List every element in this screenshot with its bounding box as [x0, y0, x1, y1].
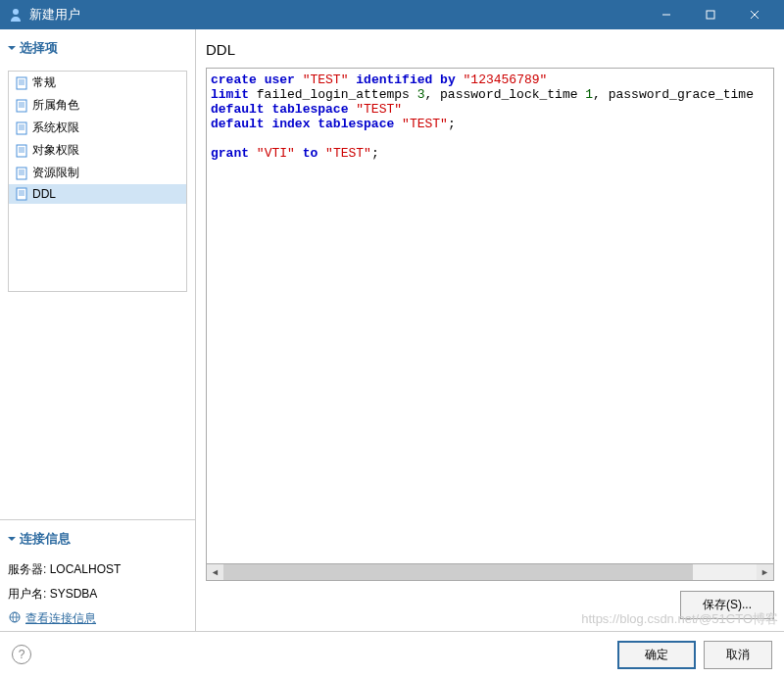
page-icon	[15, 167, 28, 180]
sidebar-section-header[interactable]: 选择项	[8, 35, 187, 61]
svg-rect-17	[17, 145, 26, 157]
titlebar: 新建用户	[0, 0, 784, 29]
sidebar-item-0[interactable]: 常规	[9, 72, 186, 94]
page-icon	[15, 121, 28, 135]
scroll-thumb[interactable]	[223, 564, 693, 580]
scroll-left-arrow[interactable]: ◄	[207, 564, 223, 580]
sidebar-item-label: 常规	[32, 74, 56, 91]
svg-point-0	[13, 9, 19, 15]
sidebar: 选择项 常规所属角色系统权限对象权限资源限制DDL 连接信息 服务器: LOCA…	[0, 29, 196, 631]
sidebar-item-2[interactable]: 系统权限	[9, 117, 186, 139]
chevron-down-icon	[8, 537, 16, 545]
sidebar-item-1[interactable]: 所属角色	[9, 94, 186, 117]
page-icon	[15, 76, 28, 90]
window-title: 新建用户	[29, 6, 644, 24]
maximize-button[interactable]	[688, 0, 732, 29]
cancel-button[interactable]: 取消	[704, 641, 772, 669]
user-icon	[8, 7, 24, 23]
horizontal-scrollbar[interactable]: ◄ ►	[206, 564, 774, 581]
globe-icon	[8, 610, 22, 627]
footer: ? 确定 取消	[0, 632, 784, 677]
chevron-down-icon	[8, 46, 16, 54]
svg-rect-2	[707, 11, 714, 19]
sidebar-item-label: 资源限制	[32, 165, 79, 181]
page-icon	[15, 144, 28, 158]
page-icon	[15, 99, 28, 113]
svg-rect-13	[17, 122, 26, 134]
svg-rect-9	[17, 100, 26, 112]
content-title: DDL	[206, 37, 774, 68]
content-panel: DDL create user "TEST" identified by "12…	[196, 29, 784, 631]
server-row: 服务器: LOCALHOST	[0, 557, 195, 582]
minimize-button[interactable]	[644, 0, 688, 29]
svg-rect-25	[17, 188, 26, 200]
ok-button[interactable]: 确定	[617, 641, 696, 669]
sidebar-item-label: 所属角色	[32, 97, 79, 114]
scroll-right-arrow[interactable]: ►	[757, 564, 773, 580]
ddl-code-editor[interactable]: create user "TEST" identified by "123456…	[206, 68, 774, 564]
svg-rect-21	[17, 168, 26, 179]
sidebar-item-4[interactable]: 资源限制	[9, 162, 186, 184]
connection-section-header[interactable]: 连接信息	[8, 526, 187, 552]
sidebar-item-label: 对象权限	[32, 142, 79, 159]
sidebar-item-5[interactable]: DDL	[9, 184, 186, 204]
svg-rect-5	[17, 77, 26, 89]
close-button[interactable]	[732, 0, 776, 29]
save-button[interactable]: 保存(S)...	[680, 591, 774, 619]
sidebar-item-3[interactable]: 对象权限	[9, 139, 186, 162]
help-button[interactable]: ?	[12, 645, 31, 664]
page-icon	[15, 187, 28, 201]
view-connection-link[interactable]: 查看连接信息	[0, 606, 195, 631]
sidebar-item-label: DDL	[32, 187, 56, 201]
user-row: 用户名: SYSDBA	[0, 582, 195, 606]
sidebar-item-label: 系统权限	[32, 120, 79, 136]
